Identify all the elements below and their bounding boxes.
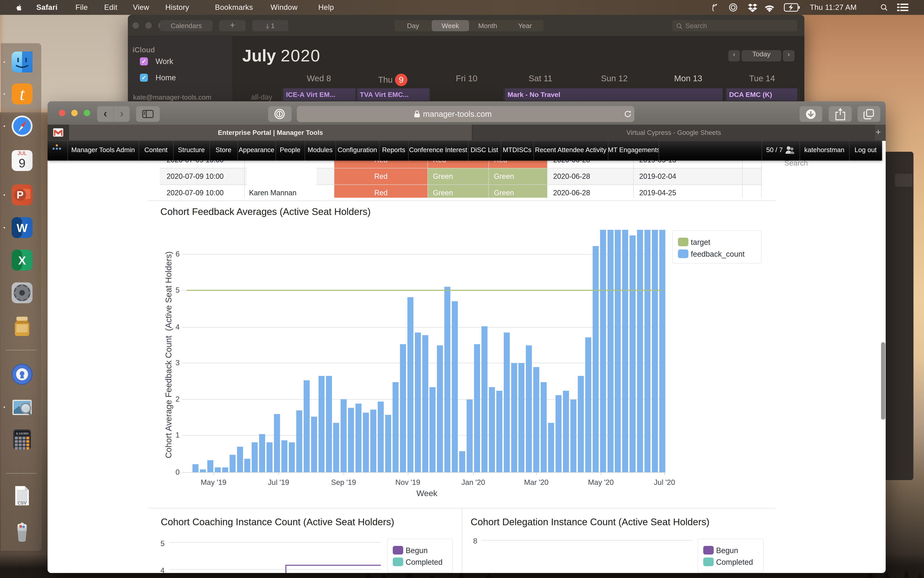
svg-text:W: W — [17, 221, 28, 234]
svg-text:3.141593: 3.141593 — [16, 432, 29, 435]
svg-text:JUL: JUL — [18, 150, 27, 156]
svg-text:P: P — [17, 189, 24, 201]
svg-text:CSV: CSV — [18, 500, 27, 505]
svg-text:t: t — [19, 84, 25, 104]
svg-text:9: 9 — [19, 156, 26, 170]
svg-text:X: X — [18, 254, 26, 267]
